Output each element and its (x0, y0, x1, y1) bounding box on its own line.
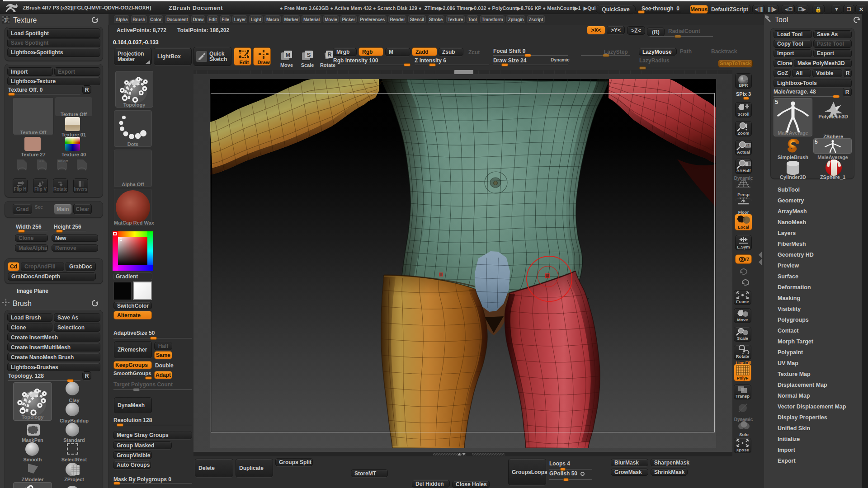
svg-text:M: M (286, 52, 291, 58)
svg-text:T: T (4, 17, 8, 23)
svg-text:x1: x1 (746, 144, 750, 147)
svg-text:R: R (327, 51, 332, 58)
svg-text:S: S (307, 52, 311, 58)
svg-text:on off: on off (58, 159, 68, 163)
svg-text:XYZ: XYZ (741, 257, 749, 262)
svg-text:z: z (747, 282, 749, 286)
svg-text:AA: AA (39, 159, 44, 163)
